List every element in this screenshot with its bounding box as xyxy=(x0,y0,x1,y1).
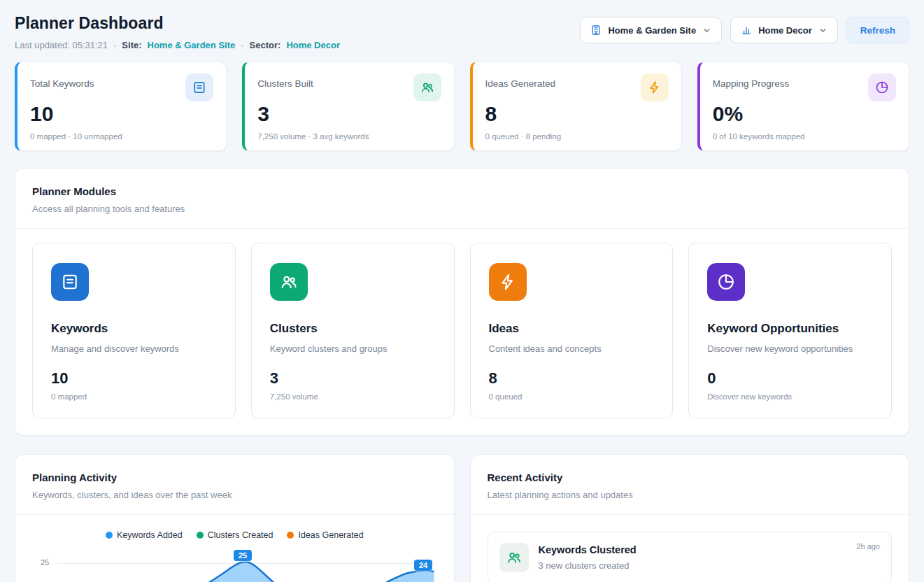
stat-card-mapping-progress: Mapping Progress 0% 0 of 10 keywords map… xyxy=(697,62,909,151)
stat-card-clusters-built: Clusters Built 3 7,250 volume · 3 avg ke… xyxy=(242,62,454,151)
header-left: Planner Dashboard Last updated: 05:31:21… xyxy=(15,11,340,50)
module-value: 3 xyxy=(270,369,436,388)
data-point-label: 25 xyxy=(234,550,252,561)
activity-description: 3 new clusters created xyxy=(539,560,637,571)
module-description: Manage and discover keywords xyxy=(51,343,217,354)
module-description: Content ideas and concepts xyxy=(489,343,655,354)
meta-separator: · xyxy=(241,40,243,50)
last-updated-text: Last updated: 05:31:21 xyxy=(15,40,108,50)
module-detail: Discover new keywords xyxy=(707,392,873,401)
chevron-down-icon xyxy=(702,26,711,35)
stat-value: 8 xyxy=(485,102,669,126)
refresh-button[interactable]: Refresh xyxy=(846,17,909,43)
stats-row: Total Keywords 10 0 mapped · 10 unmapped… xyxy=(15,62,909,151)
divider xyxy=(471,514,909,515)
module-description: Discover new keyword opportunities xyxy=(707,343,873,354)
stat-label: Clusters Built xyxy=(257,73,313,89)
stat-detail: 0 mapped · 10 unmapped xyxy=(30,132,213,141)
panel-title: Planning Activity xyxy=(32,471,437,483)
planning-activity-panel: Planning Activity Keywords, clusters, an… xyxy=(15,454,455,582)
module-title: Clusters xyxy=(270,322,436,336)
stat-card-ideas-generated: Ideas Generated 8 0 queued · 8 pending xyxy=(470,62,682,151)
bar-chart-icon xyxy=(741,24,752,36)
section-subtitle: Access all planning tools and features xyxy=(32,204,892,214)
meta-separator: · xyxy=(113,40,116,50)
stat-card-total-keywords: Total Keywords 10 0 mapped · 10 unmapped xyxy=(15,62,227,151)
lightning-icon xyxy=(641,73,669,101)
top-bar: Planner Dashboard Last updated: 05:31:21… xyxy=(15,11,909,50)
module-description: Keyword clusters and groups xyxy=(270,343,436,354)
site-label: Site: xyxy=(122,40,141,50)
activity-item-keywords-clustered: Keywords Clustered 3 new clusters create… xyxy=(488,532,893,582)
legend-dot-icon xyxy=(106,532,113,539)
sector-selector-label: Home Decor xyxy=(758,25,812,36)
document-icon xyxy=(185,73,213,101)
legend-label: Clusters Created xyxy=(208,530,273,540)
pie-chart-icon xyxy=(707,263,745,301)
module-title: Keywords xyxy=(51,322,217,336)
legend-item-keywords-added: Keywords Added xyxy=(106,530,183,540)
module-title: Keyword Opportunities xyxy=(707,322,873,336)
data-point-label: 24 xyxy=(414,560,432,571)
bottom-row: Planning Activity Keywords, clusters, an… xyxy=(15,454,909,582)
page-title: Planner Dashboard xyxy=(15,14,340,33)
divider xyxy=(15,228,909,229)
stat-value: 10 xyxy=(30,102,213,126)
stat-value: 0% xyxy=(713,102,896,126)
legend-label: Keywords Added xyxy=(117,530,183,540)
sector-link[interactable]: Home Decor xyxy=(286,40,340,50)
activity-timestamp: 2h ago xyxy=(856,542,880,551)
legend-label: Ideas Generated xyxy=(298,530,363,540)
module-detail: 7,250 volume xyxy=(270,392,436,401)
stat-label: Mapping Progress xyxy=(713,73,790,89)
sector-selector[interactable]: Home Decor xyxy=(730,17,838,43)
stat-card-top: Clusters Built xyxy=(257,73,441,101)
panel-subtitle: Keywords, clusters, and ideas over the p… xyxy=(32,490,437,500)
activity-title: Keywords Clustered xyxy=(539,543,637,555)
module-card-ideas[interactable]: Ideas Content ideas and concepts 8 0 que… xyxy=(470,243,674,418)
stat-detail: 7,250 volume · 3 avg keywords xyxy=(257,132,441,141)
pie-chart-icon xyxy=(868,73,896,101)
stat-card-top: Ideas Generated xyxy=(485,73,669,101)
sector-label: Sector: xyxy=(250,40,281,50)
y-axis-tick: 25 xyxy=(41,558,49,567)
module-value: 0 xyxy=(707,369,873,388)
users-icon xyxy=(270,263,308,301)
lightning-icon xyxy=(489,263,527,301)
recent-activity-panel: Recent Activity Latest planning actions … xyxy=(470,454,910,582)
module-card-keyword-opportunities[interactable]: Keyword Opportunities Discover new keywo… xyxy=(688,243,892,418)
stat-label: Total Keywords xyxy=(30,73,94,89)
panel-subtitle: Latest planning actions and updates xyxy=(488,490,893,500)
planner-dashboard-page: Planner Dashboard Last updated: 05:31:21… xyxy=(0,0,924,582)
building-icon xyxy=(590,24,602,36)
stat-card-top: Mapping Progress xyxy=(713,73,896,101)
planning-activity-chart: 25 25 24 xyxy=(32,550,437,582)
module-detail: 0 mapped xyxy=(51,392,217,401)
legend-dot-icon xyxy=(287,532,294,539)
header-controls: Home & Garden Site Home Decor Refresh xyxy=(580,17,909,43)
site-selector-label: Home & Garden Site xyxy=(608,25,696,36)
legend-item-clusters-created: Clusters Created xyxy=(197,530,273,540)
document-icon xyxy=(51,263,89,301)
legend-item-ideas-generated: Ideas Generated xyxy=(287,530,363,540)
modules-grid: Keywords Manage and discover keywords 10… xyxy=(32,243,892,418)
header-meta: Last updated: 05:31:21 · Site: Home & Ga… xyxy=(15,40,340,50)
stat-value: 3 xyxy=(257,102,441,126)
users-icon xyxy=(413,73,441,101)
activity-item-text: Keywords Clustered 3 new clusters create… xyxy=(539,543,637,571)
module-value: 8 xyxy=(489,369,655,388)
module-card-keywords[interactable]: Keywords Manage and discover keywords 10… xyxy=(32,243,236,418)
chart-legend: Keywords Added Clusters Created Ideas Ge… xyxy=(32,530,437,540)
site-selector[interactable]: Home & Garden Site xyxy=(580,17,722,43)
site-link[interactable]: Home & Garden Site xyxy=(148,40,236,50)
module-value: 10 xyxy=(51,369,217,388)
module-title: Ideas xyxy=(489,322,655,336)
module-card-clusters[interactable]: Clusters Keyword clusters and groups 3 7… xyxy=(251,243,455,418)
planner-modules-section: Planner Modules Access all planning tool… xyxy=(15,168,909,436)
panel-title: Recent Activity xyxy=(488,471,893,483)
divider xyxy=(15,514,454,515)
stat-label: Ideas Generated xyxy=(485,73,556,89)
stat-detail: 0 of 10 keywords mapped xyxy=(713,132,896,141)
legend-dot-icon xyxy=(197,532,204,539)
stat-detail: 0 queued · 8 pending xyxy=(485,132,669,141)
